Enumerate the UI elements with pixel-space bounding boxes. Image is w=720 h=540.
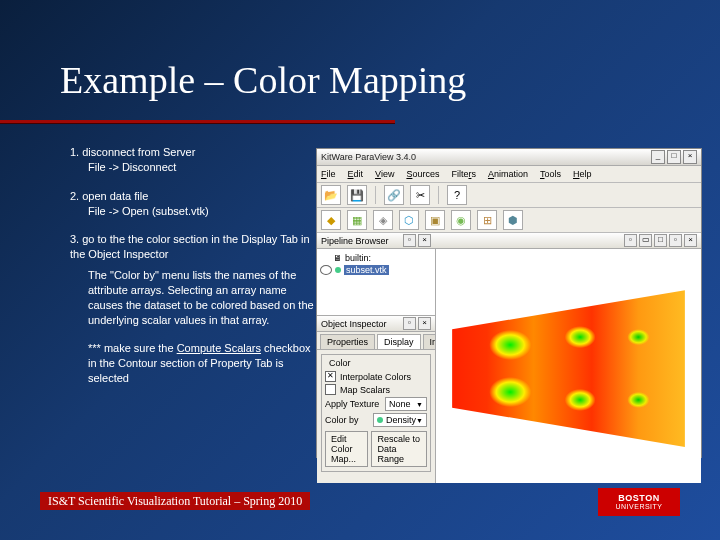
filter-icon[interactable]: ▣ bbox=[425, 210, 445, 230]
step-1-detail: File -> Disconnect bbox=[88, 160, 320, 175]
toolbar-separator bbox=[375, 186, 376, 204]
menu-animation[interactable]: Animation bbox=[488, 169, 528, 179]
color-by-select[interactable]: Density▼ bbox=[373, 413, 427, 427]
chevron-down-icon: ▼ bbox=[416, 401, 423, 408]
filter-icon[interactable]: ▦ bbox=[347, 210, 367, 230]
apply-texture-select[interactable]: None▼ bbox=[385, 397, 427, 411]
note-underline: Compute Scalars bbox=[177, 342, 261, 354]
view-button[interactable]: ▫ bbox=[669, 234, 682, 247]
tab-properties[interactable]: Properties bbox=[320, 334, 375, 349]
filter-icon[interactable]: ⬢ bbox=[503, 210, 523, 230]
tab-display[interactable]: Display bbox=[377, 334, 421, 349]
toolbar-main: 📂 💾 🔗 ✂ ? bbox=[317, 183, 701, 208]
pipeline-title: Pipeline Browser bbox=[321, 236, 389, 246]
display-properties: Color ✕ Interpolate Colors Map Scalars A… bbox=[317, 350, 435, 483]
panel-undock-button[interactable]: ▫ bbox=[403, 234, 416, 247]
toolbar-filters: ◆ ▦ ◈ ⬡ ▣ ◉ ⊞ ⬢ bbox=[317, 208, 701, 233]
minimize-button[interactable]: _ bbox=[651, 150, 665, 164]
panel-close-button[interactable]: × bbox=[418, 317, 431, 330]
dot-icon bbox=[335, 267, 341, 273]
help-icon[interactable]: ? bbox=[447, 185, 467, 205]
panel-close-button[interactable]: × bbox=[418, 234, 431, 247]
color-group-title: Color bbox=[327, 358, 353, 368]
color-by-row: Color by Density▼ bbox=[325, 412, 427, 428]
rescale-button[interactable]: Rescale to Data Range bbox=[371, 431, 427, 467]
color-group: Color ✕ Interpolate Colors Map Scalars A… bbox=[321, 354, 431, 472]
slide: Example – Color Mapping 1. disconnect fr… bbox=[0, 0, 720, 540]
disconnect-icon[interactable]: ✂ bbox=[410, 185, 430, 205]
map-scalars-label: Map Scalars bbox=[340, 385, 390, 395]
view-close-button[interactable]: × bbox=[684, 234, 697, 247]
step-1-title: 1. disconnect from Server bbox=[70, 145, 320, 160]
view-button[interactable]: ▭ bbox=[639, 234, 652, 247]
menubar: File Edit View Sources Filters Animation… bbox=[317, 166, 701, 183]
color-buttons-row: Edit Color Map... Rescale to Data Range bbox=[325, 430, 427, 468]
logo-line1: BOSTON bbox=[618, 494, 659, 503]
flow-field bbox=[452, 290, 685, 447]
menu-edit[interactable]: Edit bbox=[348, 169, 364, 179]
menu-help[interactable]: Help bbox=[573, 169, 592, 179]
map-scalars-checkbox[interactable] bbox=[325, 384, 336, 395]
pipeline-header: Pipeline Browser ▫ × bbox=[317, 233, 435, 249]
filter-icon[interactable]: ⊞ bbox=[477, 210, 497, 230]
view-button[interactable]: ▫ bbox=[624, 234, 637, 247]
tree-root[interactable]: 🖥builtin: bbox=[320, 252, 432, 264]
body-text: 1. disconnect from Server File -> Discon… bbox=[70, 145, 320, 400]
interpolate-checkbox[interactable]: ✕ bbox=[325, 371, 336, 382]
title-underline-shadow bbox=[0, 123, 395, 124]
menu-filters[interactable]: Filters bbox=[451, 169, 476, 179]
maximize-button[interactable]: □ bbox=[667, 150, 681, 164]
menu-view[interactable]: View bbox=[375, 169, 394, 179]
map-scalars-row: Map Scalars bbox=[325, 383, 427, 396]
note-prefix: *** make sure the bbox=[88, 342, 177, 354]
boston-university-logo: BOSTON UNIVERSITY bbox=[598, 488, 680, 516]
tree-item-subset[interactable]: subset.vtk bbox=[320, 264, 432, 276]
menu-file[interactable]: File bbox=[321, 169, 336, 179]
close-button[interactable]: × bbox=[683, 150, 697, 164]
step-2-title: 2. open data file bbox=[70, 189, 320, 204]
screenshot: KitWare ParaView 3.4.0 _ □ × File Edit V… bbox=[316, 148, 702, 458]
apply-texture-label: Apply Texture bbox=[325, 399, 381, 409]
step-2-detail: File -> Open (subset.vtk) bbox=[88, 204, 320, 219]
pipeline-tree[interactable]: 🖥builtin: subset.vtk bbox=[317, 249, 435, 316]
toolbar-separator bbox=[438, 186, 439, 204]
slide-title: Example – Color Mapping bbox=[60, 58, 466, 102]
filter-icon[interactable]: ◉ bbox=[451, 210, 471, 230]
footer-bar: IS&T Scientific Visualization Tutorial –… bbox=[40, 492, 310, 510]
step-1: 1. disconnect from Server File -> Discon… bbox=[70, 145, 320, 175]
panel-undock-button[interactable]: ▫ bbox=[403, 317, 416, 330]
interpolate-row: ✕ Interpolate Colors bbox=[325, 370, 427, 383]
inspector-header: Object Inspector ▫ × bbox=[317, 316, 435, 332]
step-3: 3. go to the the color section in the Di… bbox=[70, 232, 320, 386]
open-icon[interactable]: 📂 bbox=[321, 185, 341, 205]
filter-icon[interactable]: ◆ bbox=[321, 210, 341, 230]
connect-icon[interactable]: 🔗 bbox=[384, 185, 404, 205]
menu-sources[interactable]: Sources bbox=[406, 169, 439, 179]
menu-tools[interactable]: Tools bbox=[540, 169, 561, 179]
eye-icon[interactable] bbox=[320, 265, 332, 275]
filter-icon[interactable]: ◈ bbox=[373, 210, 393, 230]
right-column: ▫ ▭ □ ▫ × bbox=[435, 233, 701, 483]
tree-item-label: subset.vtk bbox=[344, 265, 389, 275]
apply-texture-row: Apply Texture None▼ bbox=[325, 396, 427, 412]
step-3-detail: The "Color by" menu lists the names of t… bbox=[88, 268, 320, 327]
edit-color-map-button[interactable]: Edit Color Map... bbox=[325, 431, 368, 467]
render-view[interactable] bbox=[435, 249, 701, 483]
visualization bbox=[446, 264, 691, 473]
filter-icon[interactable]: ⬡ bbox=[399, 210, 419, 230]
dot-icon bbox=[377, 417, 383, 423]
inspector-tabs: Properties Display Information bbox=[317, 332, 435, 350]
logo-line2: UNIVERSITY bbox=[615, 503, 662, 510]
inspector-title: Object Inspector bbox=[321, 319, 387, 329]
main-columns: Pipeline Browser ▫ × 🖥builtin: subset.vt… bbox=[317, 233, 701, 483]
save-icon[interactable]: 💾 bbox=[347, 185, 367, 205]
interpolate-label: Interpolate Colors bbox=[340, 372, 411, 382]
chevron-down-icon: ▼ bbox=[416, 417, 423, 424]
footer-text: IS&T Scientific Visualization Tutorial –… bbox=[48, 494, 302, 509]
step-3-title: 3. go to the the color section in the Di… bbox=[70, 232, 320, 262]
window-title: KitWare ParaView 3.4.0 bbox=[321, 152, 649, 162]
view-button[interactable]: □ bbox=[654, 234, 667, 247]
titlebar: KitWare ParaView 3.4.0 _ □ × bbox=[317, 149, 701, 166]
color-by-label: Color by bbox=[325, 415, 369, 425]
left-column: Pipeline Browser ▫ × 🖥builtin: subset.vt… bbox=[317, 233, 435, 483]
